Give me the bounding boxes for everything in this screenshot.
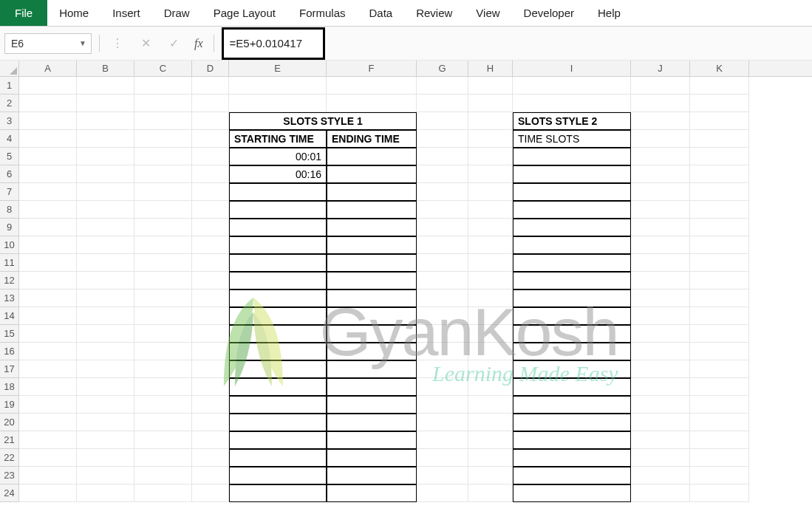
row-header-10[interactable]: 10 <box>0 236 19 254</box>
cell-A19[interactable] <box>19 396 77 414</box>
cell-F1[interactable] <box>327 77 417 95</box>
cell-D17[interactable] <box>192 360 229 378</box>
cell-G1[interactable] <box>417 77 468 95</box>
tab-file[interactable]: File <box>0 0 47 26</box>
row-header-21[interactable]: 21 <box>0 431 19 449</box>
cell-C10[interactable] <box>134 236 192 254</box>
cell-D19[interactable] <box>192 396 229 414</box>
cell-H14[interactable] <box>468 307 513 325</box>
cell-E13[interactable] <box>229 289 327 307</box>
cell-E1[interactable] <box>229 77 327 95</box>
row-header-12[interactable]: 12 <box>0 272 19 289</box>
cell-J16[interactable] <box>631 343 690 360</box>
cell-F11[interactable] <box>327 254 417 272</box>
cell-G24[interactable] <box>417 484 468 502</box>
cell-H17[interactable] <box>468 360 513 378</box>
cell-K7[interactable] <box>690 183 749 201</box>
cell-J14[interactable] <box>631 307 690 325</box>
cell-G17[interactable] <box>417 360 468 378</box>
cell-K8[interactable] <box>690 201 749 219</box>
name-box[interactable]: E6 ▼ <box>4 33 92 54</box>
cell-F10[interactable] <box>327 236 417 254</box>
cell-B20[interactable] <box>77 414 134 431</box>
cell-B23[interactable] <box>77 467 134 484</box>
row-header-2[interactable]: 2 <box>0 95 19 112</box>
cell-D8[interactable] <box>192 201 229 219</box>
cell-J4[interactable] <box>631 130 690 148</box>
cell-D11[interactable] <box>192 254 229 272</box>
cell-B19[interactable] <box>77 396 134 414</box>
col-header-k[interactable]: K <box>690 61 749 76</box>
col-header-j[interactable]: J <box>631 61 690 76</box>
cell-F24[interactable] <box>327 484 417 502</box>
cell-J13[interactable] <box>631 289 690 307</box>
cell-H2[interactable] <box>468 95 513 112</box>
cell-K3[interactable] <box>690 112 749 130</box>
cell-C1[interactable] <box>134 77 192 95</box>
cell-D4[interactable] <box>192 130 229 148</box>
cell-E11[interactable] <box>229 254 327 272</box>
cell-K10[interactable] <box>690 236 749 254</box>
cell-I21[interactable] <box>513 431 631 449</box>
cell-H1[interactable] <box>468 77 513 95</box>
cell-C5[interactable] <box>134 148 192 165</box>
cell-I15[interactable] <box>513 325 631 343</box>
cell-B1[interactable] <box>77 77 134 95</box>
row-header-17[interactable]: 17 <box>0 360 19 378</box>
cell-J20[interactable] <box>631 414 690 431</box>
cell-J2[interactable] <box>631 95 690 112</box>
cell-I10[interactable] <box>513 236 631 254</box>
cell-A17[interactable] <box>19 360 77 378</box>
cell-D23[interactable] <box>192 467 229 484</box>
cell-F8[interactable] <box>327 201 417 219</box>
cell-I12[interactable] <box>513 272 631 289</box>
cell-K22[interactable] <box>690 449 749 467</box>
cell-B2[interactable] <box>77 95 134 112</box>
cell-G11[interactable] <box>417 254 468 272</box>
col-header-e[interactable]: E <box>229 61 327 76</box>
cell-G14[interactable] <box>417 307 468 325</box>
cell-E17[interactable] <box>229 360 327 378</box>
cell-B14[interactable] <box>77 307 134 325</box>
cell-H7[interactable] <box>468 183 513 201</box>
cell-B18[interactable] <box>77 378 134 396</box>
cell-C6[interactable] <box>134 165 192 183</box>
col-header-c[interactable]: C <box>134 61 192 76</box>
cell-F18[interactable] <box>327 378 417 396</box>
cell-I6[interactable] <box>513 165 631 183</box>
enter-formula-button[interactable]: ✓ <box>163 34 184 53</box>
tab-help[interactable]: Help <box>586 0 632 26</box>
cell-H22[interactable] <box>468 449 513 467</box>
cell-K4[interactable] <box>690 130 749 148</box>
cell-H5[interactable] <box>468 148 513 165</box>
cell-D22[interactable] <box>192 449 229 467</box>
row-header-23[interactable]: 23 <box>0 467 19 484</box>
cell-F6[interactable] <box>327 165 417 183</box>
cell-K13[interactable] <box>690 289 749 307</box>
cell-K1[interactable] <box>690 77 749 95</box>
cell-I1[interactable] <box>513 77 631 95</box>
cell-D6[interactable] <box>192 165 229 183</box>
cell-H12[interactable] <box>468 272 513 289</box>
cell-A1[interactable] <box>19 77 77 95</box>
cell-E15[interactable] <box>229 325 327 343</box>
cell-H23[interactable] <box>468 467 513 484</box>
cell-H4[interactable] <box>468 130 513 148</box>
cell-D14[interactable] <box>192 307 229 325</box>
cell-G7[interactable] <box>417 183 468 201</box>
cell-J17[interactable] <box>631 360 690 378</box>
row-header-22[interactable]: 22 <box>0 449 19 467</box>
cell-B24[interactable] <box>77 484 134 502</box>
cell-K17[interactable] <box>690 360 749 378</box>
tab-home[interactable]: Home <box>47 0 100 26</box>
cell-E3[interactable]: SLOTS STYLE 1 <box>229 112 417 130</box>
cell-K2[interactable] <box>690 95 749 112</box>
cell-F19[interactable] <box>327 396 417 414</box>
cell-I14[interactable] <box>513 307 631 325</box>
col-header-a[interactable]: A <box>19 61 77 76</box>
cell-H16[interactable] <box>468 343 513 360</box>
cell-C16[interactable] <box>134 343 192 360</box>
cell-A11[interactable] <box>19 254 77 272</box>
cancel-formula-button[interactable]: ✕ <box>135 34 156 53</box>
cell-F15[interactable] <box>327 325 417 343</box>
